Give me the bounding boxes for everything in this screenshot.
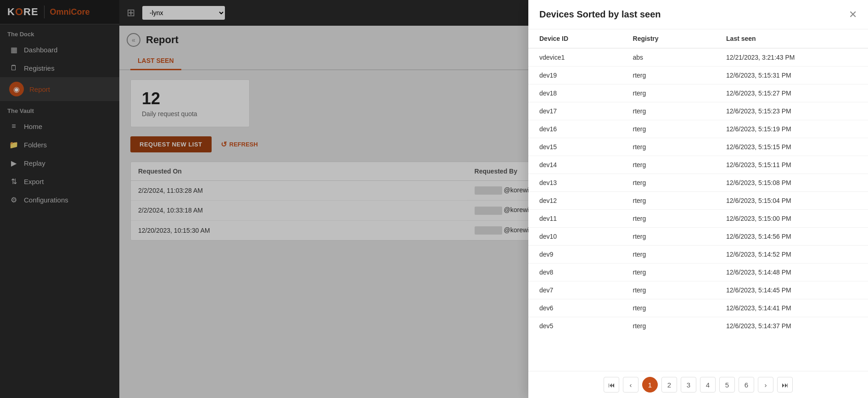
last-seen-cell: 12/6/2023, 5:14:45 PM — [726, 286, 857, 294]
registry-cell: rterg — [633, 215, 727, 222]
modal-device-row: dev9 rterg 12/6/2023, 5:14:52 PM — [528, 246, 868, 263]
pagination-next-button[interactable]: › — [758, 377, 773, 392]
modal-device-row: dev7 rterg 12/6/2023, 5:14:45 PM — [528, 281, 868, 299]
last-seen-cell: 12/6/2023, 5:15:11 PM — [726, 161, 857, 168]
registry-cell: rterg — [633, 233, 727, 240]
modal-device-row: dev18 rterg 12/6/2023, 5:15:27 PM — [528, 84, 868, 102]
device-id-cell: dev18 — [539, 90, 633, 97]
registry-cell: rterg — [633, 161, 727, 168]
modal-close-button[interactable]: ✕ — [849, 10, 857, 20]
registry-cell: rterg — [633, 90, 727, 97]
device-id-cell: dev5 — [539, 322, 633, 330]
registry-cell: rterg — [633, 179, 727, 186]
pagination-page-1-button[interactable]: 1 — [642, 377, 658, 392]
modal-device-row: dev6 rterg 12/6/2023, 5:14:41 PM — [528, 299, 868, 317]
pagination-first-button[interactable]: ⏮ — [604, 377, 619, 392]
modal-pagination: ⏮ ‹ 1 2 3 4 5 6 › ⏭ — [528, 371, 868, 398]
last-seen-cell: 12/6/2023, 5:15:23 PM — [726, 107, 857, 115]
registry-cell: rterg — [633, 251, 727, 258]
device-id-cell: dev11 — [539, 215, 633, 222]
modal-col-last-seen: Last seen — [726, 35, 857, 42]
devices-modal: Devices Sorted by last seen ✕ Device ID … — [528, 0, 868, 398]
last-seen-cell: 12/6/2023, 5:14:56 PM — [726, 233, 857, 240]
last-seen-cell: 12/6/2023, 5:15:27 PM — [726, 90, 857, 97]
registry-cell: rterg — [633, 322, 727, 330]
last-seen-cell: 12/6/2023, 5:14:48 PM — [726, 269, 857, 276]
registry-cell: rterg — [633, 269, 727, 276]
last-seen-cell: 12/6/2023, 5:14:37 PM — [726, 322, 857, 330]
modal-device-row: dev14 rterg 12/6/2023, 5:15:11 PM — [528, 156, 868, 174]
modal-device-row: dev13 rterg 12/6/2023, 5:15:08 PM — [528, 174, 868, 192]
device-id-cell: dev14 — [539, 161, 633, 168]
modal-device-row: dev15 rterg 12/6/2023, 5:15:15 PM — [528, 138, 868, 156]
device-id-cell: dev16 — [539, 125, 633, 133]
device-id-cell: dev17 — [539, 107, 633, 115]
pagination-page-3-button[interactable]: 3 — [681, 377, 696, 392]
registry-cell: rterg — [633, 107, 727, 115]
modal-device-row: dev10 rterg 12/6/2023, 5:14:56 PM — [528, 228, 868, 246]
device-id-cell: dev15 — [539, 143, 633, 151]
last-seen-cell: 12/6/2023, 5:14:52 PM — [726, 251, 857, 258]
last-seen-cell: 12/6/2023, 5:15:00 PM — [726, 215, 857, 222]
modal-body: vdevice1 abs 12/21/2023, 3:21:43 PM dev1… — [528, 49, 868, 371]
modal-header: Devices Sorted by last seen ✕ — [528, 0, 868, 29]
modal-col-registry: Registry — [633, 35, 727, 42]
pagination-page-4-button[interactable]: 4 — [700, 377, 716, 392]
device-id-cell: dev6 — [539, 304, 633, 312]
pagination-page-2-button[interactable]: 2 — [661, 377, 677, 392]
modal-column-headers: Device ID Registry Last seen — [528, 29, 868, 49]
modal-title: Devices Sorted by last seen — [539, 9, 661, 20]
modal-device-row: dev5 rterg 12/6/2023, 5:14:37 PM — [528, 317, 868, 335]
device-id-cell: dev13 — [539, 179, 633, 186]
registry-cell: abs — [633, 54, 727, 61]
modal-device-row: dev19 rterg 12/6/2023, 5:15:31 PM — [528, 67, 868, 84]
pagination-last-button[interactable]: ⏭ — [777, 377, 793, 392]
last-seen-cell: 12/6/2023, 5:15:31 PM — [726, 72, 857, 79]
registry-cell: rterg — [633, 304, 727, 312]
device-id-cell: dev9 — [539, 251, 633, 258]
modal-device-row: dev17 rterg 12/6/2023, 5:15:23 PM — [528, 102, 868, 120]
modal-device-row: dev8 rterg 12/6/2023, 5:14:48 PM — [528, 263, 868, 281]
last-seen-cell: 12/21/2023, 3:21:43 PM — [726, 54, 857, 61]
registry-cell: rterg — [633, 125, 727, 133]
pagination-page-6-button[interactable]: 6 — [739, 377, 754, 392]
last-seen-cell: 12/6/2023, 5:14:41 PM — [726, 304, 857, 312]
last-seen-cell: 12/6/2023, 5:15:19 PM — [726, 125, 857, 133]
modal-device-row: dev12 rterg 12/6/2023, 5:15:04 PM — [528, 192, 868, 210]
last-seen-cell: 12/6/2023, 5:15:15 PM — [726, 143, 857, 151]
device-id-cell: dev8 — [539, 269, 633, 276]
last-seen-cell: 12/6/2023, 5:15:08 PM — [726, 179, 857, 186]
modal-device-row: vdevice1 abs 12/21/2023, 3:21:43 PM — [528, 49, 868, 67]
modal-overlay[interactable]: Devices Sorted by last seen ✕ Device ID … — [0, 0, 868, 398]
modal-device-row: dev11 rterg 12/6/2023, 5:15:00 PM — [528, 210, 868, 228]
modal-device-row: dev16 rterg 12/6/2023, 5:15:19 PM — [528, 120, 868, 138]
device-id-cell: vdevice1 — [539, 54, 633, 61]
registry-cell: rterg — [633, 286, 727, 294]
device-id-cell: dev10 — [539, 233, 633, 240]
registry-cell: rterg — [633, 197, 727, 204]
pagination-page-5-button[interactable]: 5 — [719, 377, 735, 392]
pagination-prev-button[interactable]: ‹ — [623, 377, 638, 392]
device-id-cell: dev7 — [539, 286, 633, 294]
registry-cell: rterg — [633, 143, 727, 151]
registry-cell: rterg — [633, 72, 727, 79]
modal-col-device-id: Device ID — [539, 35, 633, 42]
device-id-cell: dev19 — [539, 72, 633, 79]
device-id-cell: dev12 — [539, 197, 633, 204]
last-seen-cell: 12/6/2023, 5:15:04 PM — [726, 197, 857, 204]
